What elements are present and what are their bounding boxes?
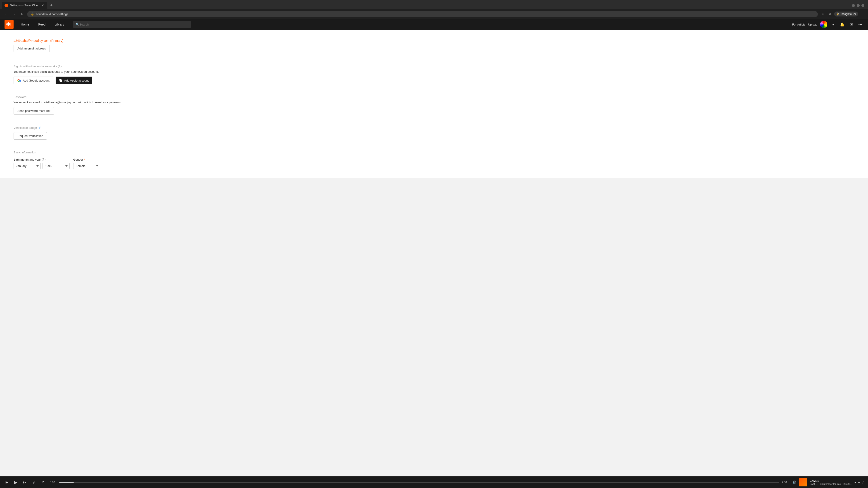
more-icon[interactable]: ••• xyxy=(857,21,864,28)
svg-rect-5 xyxy=(10,23,11,26)
nav-home[interactable]: Home xyxy=(16,19,34,30)
bookmark-button[interactable]: ☆ xyxy=(819,11,826,17)
birth-month-select[interactable]: January February March April May June Ju… xyxy=(13,163,41,169)
social-section-desc: You have not linked social accounts to y… xyxy=(13,70,172,73)
forward-button[interactable]: → xyxy=(11,11,17,17)
form-group-birth: Birth month and year ? January February … xyxy=(13,158,70,169)
more-options-button[interactable]: ⋯ xyxy=(859,11,865,17)
verification-section: Verification badge ✔ Request verificatio… xyxy=(13,126,172,140)
incognito-icon: 🕵 xyxy=(836,12,840,15)
search-input[interactable] xyxy=(79,23,188,26)
google-icon xyxy=(18,78,21,82)
search-icon: 🔍 xyxy=(75,23,79,26)
svg-rect-2 xyxy=(7,23,8,26)
add-google-button[interactable]: Add Google account xyxy=(13,76,53,84)
add-apple-button[interactable]: Add Apple account xyxy=(56,76,92,84)
chevron-down-icon[interactable]: ▾ xyxy=(830,21,836,28)
svg-rect-3 xyxy=(8,22,9,26)
active-tab[interactable]: Settings on SoundCloud ✕ xyxy=(2,2,47,9)
soundcloud-navbar: Home Feed Library 🔍 For Artists Upload ▾… xyxy=(0,19,868,30)
window-close-button[interactable] xyxy=(862,4,864,7)
tab-favicon xyxy=(4,4,8,7)
window-maximize-button[interactable] xyxy=(857,4,860,7)
new-tab-button[interactable]: + xyxy=(48,2,55,8)
social-networks-section: Sign in with other social networks ? You… xyxy=(13,65,172,84)
verified-badge-icon: ✔ xyxy=(38,126,41,130)
address-bar[interactable]: 🔒 soundcloud.com/settings xyxy=(27,11,818,17)
email-primary: a24beaba@moodjoy.com (Primary) xyxy=(13,39,172,42)
soundcloud-logo-icon xyxy=(6,22,12,27)
divider-verification xyxy=(13,120,172,120)
birth-info-icon[interactable]: ? xyxy=(42,158,45,161)
svg-rect-6 xyxy=(11,23,11,25)
user-avatar[interactable] xyxy=(820,21,827,28)
social-info-icon[interactable]: ? xyxy=(58,65,61,68)
soundcloud-logo[interactable] xyxy=(4,20,13,29)
nav-feed[interactable]: Feed xyxy=(34,19,50,30)
tab-title: Settings on SoundCloud xyxy=(10,4,39,7)
required-star: * xyxy=(84,158,85,161)
add-email-button[interactable]: Add an email address xyxy=(13,45,50,52)
basic-info-title: Basic information xyxy=(13,151,172,154)
tab-close-button[interactable]: ✕ xyxy=(41,4,44,7)
nav-for-artists[interactable]: For Artists xyxy=(792,23,805,26)
settings-main-content: a24beaba@moodjoy.com (Primary) Add an em… xyxy=(0,30,185,178)
verification-title: Verification badge ✔ xyxy=(13,126,172,130)
request-verification-button[interactable]: Request verification xyxy=(13,132,47,140)
svg-rect-1 xyxy=(7,23,7,26)
incognito-label: Incognito (2) xyxy=(841,12,856,15)
svg-rect-4 xyxy=(9,23,10,25)
nav-library[interactable]: Library xyxy=(50,19,69,30)
reload-button[interactable]: ↻ xyxy=(19,11,25,17)
gender-select[interactable]: Female Male Non-binary Other xyxy=(73,163,100,169)
lock-icon: 🔒 xyxy=(31,12,34,15)
nav-upload[interactable]: Upload xyxy=(808,23,817,26)
form-group-gender: Gender * Female Male Non-binary Other xyxy=(73,158,100,169)
notifications-icon[interactable]: 🔔 xyxy=(839,21,845,28)
basic-info-section: Basic information Birth month and year ?… xyxy=(13,151,172,169)
password-section-title: Password xyxy=(13,95,172,99)
address-text: soundcloud.com/settings xyxy=(36,12,814,16)
email-section: a24beaba@moodjoy.com (Primary) Add an em… xyxy=(13,39,172,52)
send-reset-button[interactable]: Send password-reset link xyxy=(13,107,54,115)
search-bar[interactable]: 🔍 xyxy=(73,21,191,28)
divider-password xyxy=(13,90,172,90)
social-buttons: Add Google account Add Apple account xyxy=(13,76,172,84)
password-section: Password We've sent an email to a24beaba… xyxy=(13,95,172,115)
incognito-button[interactable]: 🕵 Incognito (2) xyxy=(834,11,858,17)
password-desc: We've sent an email to a24beaba@moodjoy.… xyxy=(13,101,172,104)
gender-label: Gender * xyxy=(73,158,100,161)
divider-social xyxy=(13,59,172,59)
apple-icon xyxy=(59,78,62,82)
social-section-title: Sign in with other social networks ? xyxy=(13,65,172,68)
messages-icon[interactable]: ✉ xyxy=(848,21,855,28)
back-button[interactable]: ← xyxy=(3,11,9,17)
birth-year-select[interactable]: 1990 1991 1992 1993 1994 1995 1996 1997 … xyxy=(42,163,70,169)
form-row-birth-gender: Birth month and year ? January February … xyxy=(13,158,172,169)
window-minimize-button[interactable] xyxy=(852,4,855,7)
browser-nav: ← → ↻ 🔒 soundcloud.com/settings ☆ ⧉ 🕵 In… xyxy=(0,9,868,19)
split-view-button[interactable]: ⧉ xyxy=(827,11,833,17)
svg-rect-0 xyxy=(6,24,6,25)
birth-label: Birth month and year ? xyxy=(13,158,70,161)
